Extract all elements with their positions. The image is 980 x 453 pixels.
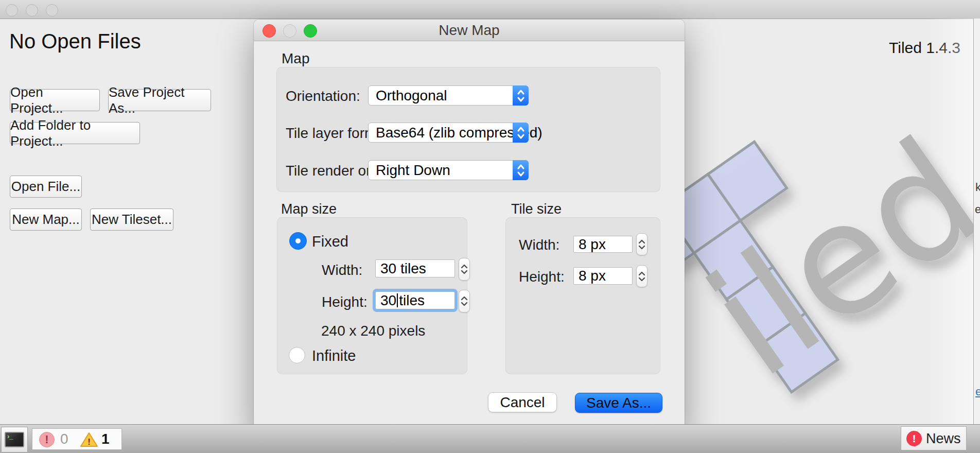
save-project-as-button[interactable]: Save Project As... — [108, 89, 211, 111]
stepper-down-icon — [638, 277, 645, 282]
tile-height-label: Height: — [519, 269, 565, 285]
edge-link-fragment[interactable]: e — [975, 385, 980, 398]
zoom-icon[interactable] — [304, 24, 317, 38]
fixed-radio-label: Fixed — [312, 233, 348, 250]
map-width-label: Width: — [322, 262, 362, 278]
tile-height-input[interactable]: 8 px — [573, 267, 633, 285]
app-window: No Open Files Tiled 1.4.3 Open Project..… — [0, 0, 980, 453]
open-file-button[interactable]: Open File... — [10, 176, 82, 198]
tile-size-group: Width: 8 px Height: 8 px — [505, 217, 660, 374]
minimize-icon[interactable] — [26, 4, 38, 16]
close-icon[interactable] — [6, 4, 18, 16]
tile-render-order-value: Right Down — [376, 161, 450, 180]
tile-render-order-select[interactable]: Right Down — [368, 160, 529, 180]
infinite-radio-label: Infinite — [312, 347, 356, 364]
tile-width-input[interactable]: 8 px — [573, 236, 633, 253]
map-width-input[interactable]: 30 tiles — [375, 259, 455, 277]
add-folder-to-project-button[interactable]: Add Folder to Project... — [10, 122, 140, 144]
combo-arrows-icon — [513, 160, 529, 180]
map-section-group: Orientation: Orthogonal Tile layer forma… — [276, 67, 660, 192]
stepper-up-icon — [461, 264, 468, 269]
news-button[interactable]: ! News — [901, 426, 967, 450]
map-width-value: 30 tiles — [380, 260, 426, 277]
new-map-dialog: New Map Map Orientation: Orthogonal Tile… — [254, 20, 685, 432]
tile-layer-format-select[interactable]: Base64 (zlib compressed) — [368, 123, 529, 143]
fixed-radio[interactable] — [289, 232, 307, 250]
edge-text-fragment: e — [975, 203, 980, 216]
svg-text:!: ! — [87, 437, 91, 447]
tile-height-stepper[interactable] — [636, 265, 647, 287]
tile-width-value: 8 px — [579, 236, 606, 253]
orientation-select[interactable]: Orthogonal — [368, 85, 529, 106]
error-count: 0 — [60, 431, 68, 447]
page-title: No Open Files — [9, 30, 141, 53]
new-tileset-button[interactable]: New Tileset... — [90, 208, 173, 231]
main-titlebar — [0, 0, 980, 19]
infinite-radio[interactable] — [289, 347, 305, 363]
news-button-label: News — [926, 431, 961, 447]
tile-width-stepper[interactable] — [636, 233, 647, 255]
map-size-group: Fixed Width: 30 tiles Height: 30tiles 24… — [277, 217, 467, 374]
orientation-label: Orientation: — [286, 88, 360, 104]
map-height-value: 30 — [380, 292, 396, 309]
tile-height-value: 8 px — [579, 268, 606, 284]
stepper-down-icon — [461, 302, 468, 306]
error-icon: ! — [39, 432, 55, 447]
warning-count: 1 — [101, 431, 110, 447]
status-bar — [0, 424, 980, 453]
news-badge-icon: ! — [906, 431, 922, 446]
map-size-caption: Map size — [281, 201, 337, 217]
tile-size-caption: Tile size — [511, 201, 562, 217]
zoom-icon[interactable] — [46, 4, 58, 16]
orientation-value: Orthogonal — [376, 86, 447, 105]
map-height-stepper[interactable] — [459, 290, 470, 312]
stepper-up-icon — [638, 239, 645, 244]
map-section-caption: Map — [282, 50, 309, 67]
issues-counter-panel[interactable]: ! 0 ! 1 — [32, 428, 122, 450]
map-width-stepper[interactable] — [459, 258, 470, 281]
text-cursor — [397, 293, 398, 307]
tile-width-label: Width: — [519, 237, 559, 253]
right-edge-panel: k e e — [973, 19, 980, 424]
close-icon[interactable] — [262, 24, 276, 38]
combo-arrows-icon — [513, 85, 529, 106]
dialog-titlebar[interactable]: New Map — [254, 20, 685, 41]
edge-text-fragment: k — [975, 181, 980, 194]
stepper-up-icon — [638, 271, 645, 276]
right-gradient-band — [926, 19, 973, 424]
cancel-button[interactable]: Cancel — [488, 392, 557, 412]
console-toggle-button[interactable] — [1, 427, 28, 452]
terminal-icon — [5, 432, 24, 447]
map-height-suffix: tiles — [399, 292, 425, 309]
dialog-title: New Map — [254, 20, 685, 41]
stepper-down-icon — [638, 245, 645, 250]
warning-icon: ! — [80, 431, 98, 448]
combo-arrows-icon — [513, 123, 529, 143]
stepper-up-icon — [461, 296, 468, 301]
open-project-button[interactable]: Open Project... — [10, 89, 100, 111]
stepper-down-icon — [461, 270, 468, 274]
map-height-label: Height: — [322, 294, 367, 310]
minimize-icon — [283, 24, 296, 38]
new-map-button[interactable]: New Map... — [10, 208, 82, 231]
map-height-input[interactable]: 30tiles — [375, 291, 455, 309]
map-pixels-text: 240 x 240 pixels — [321, 323, 425, 339]
save-as-button[interactable]: Save As... — [575, 393, 662, 413]
